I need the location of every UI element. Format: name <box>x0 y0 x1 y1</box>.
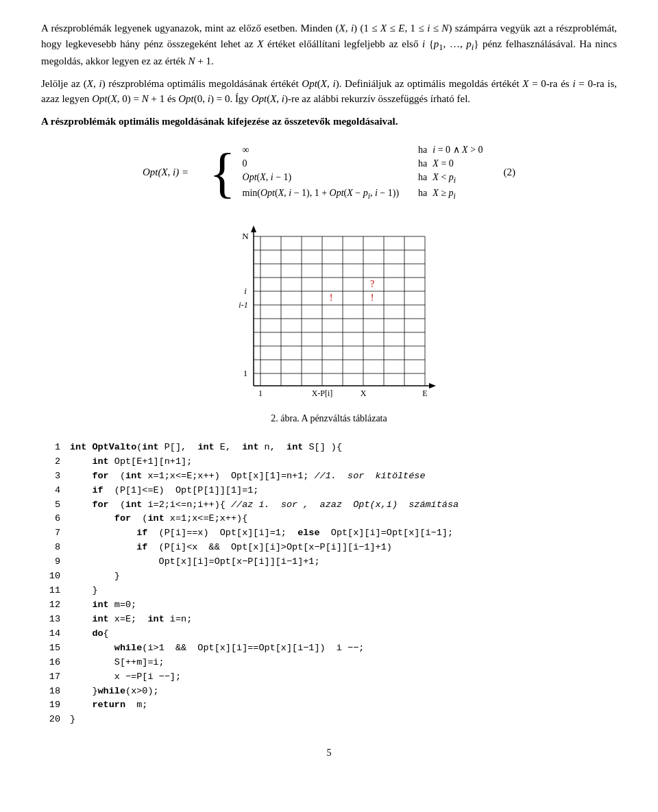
line-num-11: 11 <box>41 584 60 598</box>
case-expr-1: ∞ <box>243 143 413 157</box>
line-num-6: 6 <box>41 512 60 526</box>
svg-text:i: i <box>244 286 247 296</box>
code-line-11: 11 } <box>41 584 617 598</box>
line-num-8: 8 <box>41 541 60 555</box>
code-line-13: 13 int x=E; int i=n; <box>41 613 617 627</box>
code-line-20: 20 } <box>41 713 617 727</box>
case-ha-3: ha <box>413 171 432 186</box>
left-brace: { <box>209 145 235 200</box>
line-num-16: 16 <box>41 656 60 670</box>
case-cond-3: X < pi <box>432 171 483 186</box>
formula-label: Opt(X, i) = <box>143 167 188 178</box>
page-number: 5 <box>41 748 617 759</box>
line-num-14: 14 <box>41 627 60 641</box>
line-num-1: 1 <box>41 441 60 455</box>
line-content-5: for (int i=2;i<=n;i++){ //az i. sor , az… <box>70 498 459 513</box>
line-content-11: } <box>70 584 98 598</box>
case-cond-2: X = 0 <box>432 157 483 171</box>
line-num-12: 12 <box>41 598 60 613</box>
case-cond-4: X ≥ pi <box>432 186 483 202</box>
case-row-1: ∞ ha i = 0 ∧ X > 0 <box>243 143 483 157</box>
svg-text:N: N <box>242 231 249 241</box>
code-line-10: 10 } <box>41 569 617 584</box>
svg-marker-3 <box>429 383 436 389</box>
case-row-4: min(Opt(X, i − 1), 1 + Opt(X − pi, i − 1… <box>243 186 483 202</box>
line-content-18: }while(x>0); <box>70 685 159 699</box>
svg-text:?: ? <box>370 279 374 289</box>
code-line-18: 18 }while(x>0); <box>41 685 617 699</box>
code-line-8: 8 if (P[i]<x && Opt[x][i]>Opt[x−P[i]][i−… <box>41 541 617 555</box>
line-content-16: S[++m]=i; <box>70 656 164 670</box>
code-section: 1 int OptValto(int P[], int E, int n, in… <box>41 441 617 727</box>
line-num-9: 9 <box>41 555 60 569</box>
line-num-2: 2 <box>41 455 60 469</box>
case-expr-2: 0 <box>243 157 413 171</box>
code-line-5: 5 for (int i=2;i<=n;i++){ //az i. sor , … <box>41 498 617 513</box>
grid-diagram: N i i-1 1 1 X-P[i] X E ? ! <box>212 216 446 408</box>
code-line-4: 4 if (P[1]<=E) Opt[P[1]][1]=1; <box>41 484 617 498</box>
line-content-14: do{ <box>70 627 109 641</box>
line-content-2: int Opt[E+1][n+1]; <box>70 455 192 469</box>
bold-paragraph: A részproblémák optimális megoldásának k… <box>41 114 617 130</box>
paragraph-1: A részproblémák legyenek ugyanazok, mint… <box>41 21 617 69</box>
cases-table: ∞ ha i = 0 ∧ X > 0 0 ha X = 0 Opt(X, i −… <box>243 143 483 202</box>
code-line-17: 17 x −=P[i −−]; <box>41 670 617 685</box>
code-line-15: 15 while(i>1 && Opt[x][i]==Opt[x][i−1]) … <box>41 641 617 656</box>
line-content-20: } <box>70 713 75 727</box>
case-ha-1: ha <box>413 143 432 157</box>
line-num-19: 19 <box>41 698 60 713</box>
svg-text:!: ! <box>330 293 333 303</box>
line-content-17: x −=P[i −−]; <box>70 670 181 685</box>
line-content-1: int OptValto(int P[], int E, int n, int … <box>70 441 342 455</box>
line-content-3: for (int x=1;x<=E;x++) Opt[x][1]=n+1; //… <box>70 469 426 484</box>
line-num-20: 20 <box>41 713 60 727</box>
cases-formula: { ∞ ha i = 0 ∧ X > 0 0 ha X = 0 Opt(X, i… <box>209 143 483 202</box>
line-num-15: 15 <box>41 641 60 656</box>
line-content-15: while(i>1 && Opt[x][i]==Opt[x][i−1]) i −… <box>70 641 364 656</box>
line-num-7: 7 <box>41 526 60 541</box>
line-content-6: for (int x=1;x<=E;x++){ <box>70 512 247 526</box>
code-line-6: 6 for (int x=1;x<=E;x++){ <box>41 512 617 526</box>
line-content-8: if (P[i]<x && Opt[x][i]>Opt[x−P[i]][i−1]… <box>70 541 392 555</box>
case-ha-2: ha <box>413 157 432 171</box>
code-line-16: 16 S[++m]=i; <box>41 656 617 670</box>
svg-text:!: ! <box>371 293 374 303</box>
line-content-7: if (P[i]==x) Opt[x][i]=1; else Opt[x][i]… <box>70 526 453 541</box>
main-content: A részproblémák legyenek ugyanazok, mint… <box>41 21 617 759</box>
svg-text:X: X <box>361 389 367 398</box>
code-line-3: 3 for (int x=1;x<=E;x++) Opt[x][1]=n+1; … <box>41 469 617 484</box>
line-num-4: 4 <box>41 484 60 498</box>
diagram-area: N i i-1 1 1 X-P[i] X E ? ! <box>41 216 617 424</box>
line-content-19: return m; <box>70 698 147 713</box>
line-num-3: 3 <box>41 469 60 484</box>
svg-marker-1 <box>251 225 256 232</box>
code-line-14: 14 do{ <box>41 627 617 641</box>
case-expr-3: Opt(X, i − 1) <box>243 171 413 186</box>
line-num-10: 10 <box>41 569 60 584</box>
case-cond-1: i = 0 ∧ X > 0 <box>432 143 483 157</box>
svg-text:X-P[i]: X-P[i] <box>312 389 333 398</box>
line-content-9: Opt[x][i]=Opt[x−P[i]][i−1]+1; <box>70 555 320 569</box>
svg-text:E: E <box>422 389 427 398</box>
paragraph-2: Jelölje az (X, i) részprobléma optimális… <box>41 76 617 107</box>
case-row-3: Opt(X, i − 1) ha X < pi <box>243 171 483 186</box>
diagram-caption: 2. ábra. A pénzváltás táblázata <box>271 413 387 424</box>
line-num-5: 5 <box>41 498 60 513</box>
case-expr-4: min(Opt(X, i − 1), 1 + Opt(X − pi, i − 1… <box>243 186 413 202</box>
svg-text:i-1: i-1 <box>239 300 247 310</box>
line-num-17: 17 <box>41 670 60 685</box>
svg-text:1: 1 <box>258 389 263 398</box>
code-line-12: 12 int m=0; <box>41 598 617 613</box>
line-num-13: 13 <box>41 613 60 627</box>
line-content-10: } <box>70 569 120 584</box>
case-row-2: 0 ha X = 0 <box>243 157 483 171</box>
line-content-13: int x=E; int i=n; <box>70 613 192 627</box>
line-content-4: if (P[1]<=E) Opt[P[1]][1]=1; <box>70 484 258 498</box>
formula-number: (2) <box>504 167 516 178</box>
code-line-1: 1 int OptValto(int P[], int E, int n, in… <box>41 441 617 455</box>
line-content-12: int m=0; <box>70 598 136 613</box>
code-line-9: 9 Opt[x][i]=Opt[x−P[i]][i−1]+1; <box>41 555 617 569</box>
code-line-7: 7 if (P[i]==x) Opt[x][i]=1; else Opt[x][… <box>41 526 617 541</box>
code-line-19: 19 return m; <box>41 698 617 713</box>
case-ha-4: ha <box>413 186 432 202</box>
